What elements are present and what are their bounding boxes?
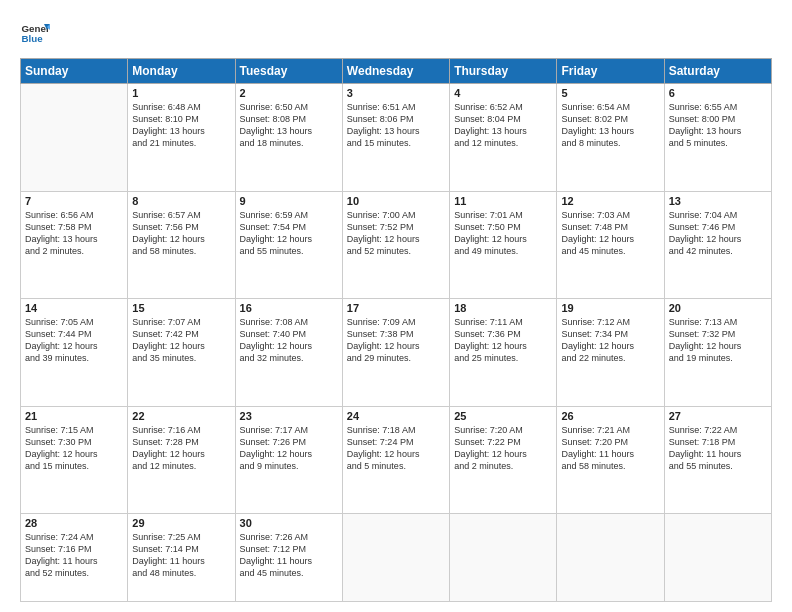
calendar-cell: 15Sunrise: 7:07 AM Sunset: 7:42 PM Dayli… bbox=[128, 299, 235, 407]
day-number: 7 bbox=[25, 195, 123, 207]
calendar-cell bbox=[21, 84, 128, 192]
day-info: Sunrise: 7:11 AM Sunset: 7:36 PM Dayligh… bbox=[454, 316, 552, 365]
day-number: 12 bbox=[561, 195, 659, 207]
day-number: 14 bbox=[25, 302, 123, 314]
day-info: Sunrise: 6:56 AM Sunset: 7:58 PM Dayligh… bbox=[25, 209, 123, 258]
day-number: 27 bbox=[669, 410, 767, 422]
day-number: 5 bbox=[561, 87, 659, 99]
day-info: Sunrise: 7:20 AM Sunset: 7:22 PM Dayligh… bbox=[454, 424, 552, 473]
calendar-cell: 11Sunrise: 7:01 AM Sunset: 7:50 PM Dayli… bbox=[450, 191, 557, 299]
calendar-cell: 25Sunrise: 7:20 AM Sunset: 7:22 PM Dayli… bbox=[450, 406, 557, 514]
day-number: 2 bbox=[240, 87, 338, 99]
calendar-cell: 5Sunrise: 6:54 AM Sunset: 8:02 PM Daylig… bbox=[557, 84, 664, 192]
weekday-header-tuesday: Tuesday bbox=[235, 59, 342, 84]
day-info: Sunrise: 6:57 AM Sunset: 7:56 PM Dayligh… bbox=[132, 209, 230, 258]
day-number: 10 bbox=[347, 195, 445, 207]
page: General Blue SundayMondayTuesdayWednesda… bbox=[0, 0, 792, 612]
weekday-header-monday: Monday bbox=[128, 59, 235, 84]
day-number: 21 bbox=[25, 410, 123, 422]
calendar-cell: 13Sunrise: 7:04 AM Sunset: 7:46 PM Dayli… bbox=[664, 191, 771, 299]
calendar-cell bbox=[664, 514, 771, 602]
day-number: 24 bbox=[347, 410, 445, 422]
day-info: Sunrise: 6:54 AM Sunset: 8:02 PM Dayligh… bbox=[561, 101, 659, 150]
calendar-cell: 7Sunrise: 6:56 AM Sunset: 7:58 PM Daylig… bbox=[21, 191, 128, 299]
weekday-header-sunday: Sunday bbox=[21, 59, 128, 84]
day-info: Sunrise: 7:21 AM Sunset: 7:20 PM Dayligh… bbox=[561, 424, 659, 473]
calendar-cell: 29Sunrise: 7:25 AM Sunset: 7:14 PM Dayli… bbox=[128, 514, 235, 602]
day-info: Sunrise: 7:03 AM Sunset: 7:48 PM Dayligh… bbox=[561, 209, 659, 258]
day-number: 6 bbox=[669, 87, 767, 99]
day-info: Sunrise: 7:12 AM Sunset: 7:34 PM Dayligh… bbox=[561, 316, 659, 365]
weekday-header-friday: Friday bbox=[557, 59, 664, 84]
calendar-cell: 22Sunrise: 7:16 AM Sunset: 7:28 PM Dayli… bbox=[128, 406, 235, 514]
calendar-cell: 18Sunrise: 7:11 AM Sunset: 7:36 PM Dayli… bbox=[450, 299, 557, 407]
day-info: Sunrise: 7:05 AM Sunset: 7:44 PM Dayligh… bbox=[25, 316, 123, 365]
day-info: Sunrise: 7:15 AM Sunset: 7:30 PM Dayligh… bbox=[25, 424, 123, 473]
calendar-cell: 14Sunrise: 7:05 AM Sunset: 7:44 PM Dayli… bbox=[21, 299, 128, 407]
day-number: 20 bbox=[669, 302, 767, 314]
day-info: Sunrise: 6:48 AM Sunset: 8:10 PM Dayligh… bbox=[132, 101, 230, 150]
logo-icon: General Blue bbox=[20, 18, 50, 48]
day-number: 9 bbox=[240, 195, 338, 207]
day-number: 8 bbox=[132, 195, 230, 207]
calendar: SundayMondayTuesdayWednesdayThursdayFrid… bbox=[20, 58, 772, 602]
calendar-cell: 28Sunrise: 7:24 AM Sunset: 7:16 PM Dayli… bbox=[21, 514, 128, 602]
weekday-header-saturday: Saturday bbox=[664, 59, 771, 84]
day-info: Sunrise: 7:16 AM Sunset: 7:28 PM Dayligh… bbox=[132, 424, 230, 473]
calendar-cell: 24Sunrise: 7:18 AM Sunset: 7:24 PM Dayli… bbox=[342, 406, 449, 514]
day-info: Sunrise: 7:18 AM Sunset: 7:24 PM Dayligh… bbox=[347, 424, 445, 473]
day-number: 22 bbox=[132, 410, 230, 422]
calendar-cell: 19Sunrise: 7:12 AM Sunset: 7:34 PM Dayli… bbox=[557, 299, 664, 407]
day-number: 30 bbox=[240, 517, 338, 529]
calendar-cell: 30Sunrise: 7:26 AM Sunset: 7:12 PM Dayli… bbox=[235, 514, 342, 602]
day-info: Sunrise: 7:17 AM Sunset: 7:26 PM Dayligh… bbox=[240, 424, 338, 473]
day-number: 16 bbox=[240, 302, 338, 314]
calendar-cell: 3Sunrise: 6:51 AM Sunset: 8:06 PM Daylig… bbox=[342, 84, 449, 192]
calendar-cell bbox=[450, 514, 557, 602]
calendar-cell: 10Sunrise: 7:00 AM Sunset: 7:52 PM Dayli… bbox=[342, 191, 449, 299]
calendar-cell: 2Sunrise: 6:50 AM Sunset: 8:08 PM Daylig… bbox=[235, 84, 342, 192]
calendar-cell: 1Sunrise: 6:48 AM Sunset: 8:10 PM Daylig… bbox=[128, 84, 235, 192]
calendar-cell: 27Sunrise: 7:22 AM Sunset: 7:18 PM Dayli… bbox=[664, 406, 771, 514]
calendar-cell: 9Sunrise: 6:59 AM Sunset: 7:54 PM Daylig… bbox=[235, 191, 342, 299]
day-info: Sunrise: 7:09 AM Sunset: 7:38 PM Dayligh… bbox=[347, 316, 445, 365]
day-info: Sunrise: 7:00 AM Sunset: 7:52 PM Dayligh… bbox=[347, 209, 445, 258]
day-number: 18 bbox=[454, 302, 552, 314]
calendar-cell: 21Sunrise: 7:15 AM Sunset: 7:30 PM Dayli… bbox=[21, 406, 128, 514]
day-number: 4 bbox=[454, 87, 552, 99]
day-number: 15 bbox=[132, 302, 230, 314]
calendar-cell: 17Sunrise: 7:09 AM Sunset: 7:38 PM Dayli… bbox=[342, 299, 449, 407]
calendar-cell: 20Sunrise: 7:13 AM Sunset: 7:32 PM Dayli… bbox=[664, 299, 771, 407]
day-info: Sunrise: 7:07 AM Sunset: 7:42 PM Dayligh… bbox=[132, 316, 230, 365]
day-number: 17 bbox=[347, 302, 445, 314]
day-number: 29 bbox=[132, 517, 230, 529]
calendar-cell bbox=[342, 514, 449, 602]
day-info: Sunrise: 6:52 AM Sunset: 8:04 PM Dayligh… bbox=[454, 101, 552, 150]
day-info: Sunrise: 7:08 AM Sunset: 7:40 PM Dayligh… bbox=[240, 316, 338, 365]
day-number: 3 bbox=[347, 87, 445, 99]
calendar-cell: 6Sunrise: 6:55 AM Sunset: 8:00 PM Daylig… bbox=[664, 84, 771, 192]
day-number: 1 bbox=[132, 87, 230, 99]
calendar-cell: 8Sunrise: 6:57 AM Sunset: 7:56 PM Daylig… bbox=[128, 191, 235, 299]
calendar-cell: 4Sunrise: 6:52 AM Sunset: 8:04 PM Daylig… bbox=[450, 84, 557, 192]
day-info: Sunrise: 7:04 AM Sunset: 7:46 PM Dayligh… bbox=[669, 209, 767, 258]
header: General Blue bbox=[20, 18, 772, 48]
weekday-header-wednesday: Wednesday bbox=[342, 59, 449, 84]
svg-text:Blue: Blue bbox=[22, 33, 44, 44]
day-number: 13 bbox=[669, 195, 767, 207]
day-number: 11 bbox=[454, 195, 552, 207]
day-info: Sunrise: 7:26 AM Sunset: 7:12 PM Dayligh… bbox=[240, 531, 338, 580]
day-info: Sunrise: 6:51 AM Sunset: 8:06 PM Dayligh… bbox=[347, 101, 445, 150]
day-info: Sunrise: 7:25 AM Sunset: 7:14 PM Dayligh… bbox=[132, 531, 230, 580]
day-number: 19 bbox=[561, 302, 659, 314]
day-info: Sunrise: 7:13 AM Sunset: 7:32 PM Dayligh… bbox=[669, 316, 767, 365]
calendar-cell: 16Sunrise: 7:08 AM Sunset: 7:40 PM Dayli… bbox=[235, 299, 342, 407]
calendar-cell: 26Sunrise: 7:21 AM Sunset: 7:20 PM Dayli… bbox=[557, 406, 664, 514]
day-number: 26 bbox=[561, 410, 659, 422]
calendar-cell: 12Sunrise: 7:03 AM Sunset: 7:48 PM Dayli… bbox=[557, 191, 664, 299]
day-number: 23 bbox=[240, 410, 338, 422]
day-info: Sunrise: 6:50 AM Sunset: 8:08 PM Dayligh… bbox=[240, 101, 338, 150]
calendar-cell: 23Sunrise: 7:17 AM Sunset: 7:26 PM Dayli… bbox=[235, 406, 342, 514]
day-info: Sunrise: 7:01 AM Sunset: 7:50 PM Dayligh… bbox=[454, 209, 552, 258]
logo: General Blue bbox=[20, 18, 52, 48]
